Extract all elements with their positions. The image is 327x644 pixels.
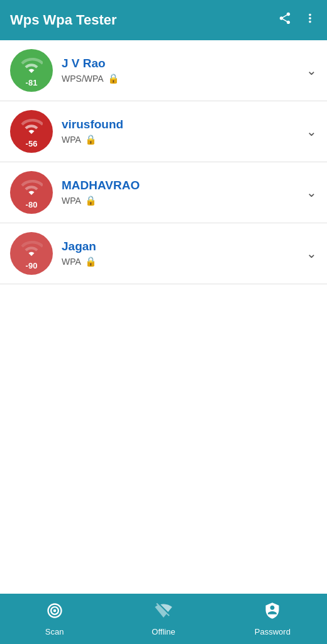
more-menu-icon[interactable] (303, 11, 317, 29)
network-item-jvrao[interactable]: -81 J V Rao WPS/WPA 🔒 ⌄ (0, 40, 327, 101)
network-item-virusfound[interactable]: -56 virusfound WPA 🔒 ⌄ (0, 101, 327, 162)
network-info-jvrao: J V Rao WPS/WPA 🔒 (53, 57, 306, 84)
password-icon (263, 602, 281, 624)
nav-scan[interactable]: Scan (0, 602, 109, 636)
app-header: Wps Wpa Tester (0, 0, 327, 40)
lock-icon-madhavrao: 🔒 (85, 195, 97, 206)
network-item-madhavrao[interactable]: -80 MADHAVRAO WPA 🔒 ⌄ (0, 162, 327, 223)
nav-password[interactable]: Password (218, 602, 327, 636)
signal-circle-madhavrao: -80 (10, 171, 53, 214)
lock-icon-jvrao: 🔒 (108, 73, 119, 84)
signal-circle-virusfound: -56 (10, 110, 53, 153)
network-meta-jvrao: WPS/WPA 🔒 (62, 73, 297, 84)
network-list: -81 J V Rao WPS/WPA 🔒 ⌄ -56 virusfound W… (0, 40, 327, 594)
security-label-madhavrao: WPA (62, 196, 81, 206)
security-label-virusfound: WPA (62, 135, 81, 145)
network-info-madhavrao: MADHAVRAO WPA 🔒 (53, 179, 306, 206)
offline-label: Offline (152, 627, 175, 636)
network-item-jagan[interactable]: -90 Jagan WPA 🔒 ⌄ (0, 223, 327, 284)
signal-circle-jagan: -90 (10, 232, 53, 275)
signal-level-madhavrao: -80 (26, 200, 38, 209)
lock-icon-jagan: 🔒 (85, 256, 97, 267)
network-meta-jagan: WPA 🔒 (62, 256, 297, 267)
header-actions (278, 11, 317, 29)
lock-icon-virusfound: 🔒 (85, 134, 97, 145)
svg-point-0 (53, 609, 56, 612)
network-info-jagan: Jagan WPA 🔒 (53, 240, 306, 267)
security-label-jvrao: WPS/WPA (62, 74, 104, 84)
bottom-navigation: Scan Offline Password (0, 594, 327, 644)
app-title: Wps Wpa Tester (10, 12, 278, 28)
expand-chevron-virusfound[interactable]: ⌄ (306, 124, 317, 139)
signal-level-jagan: -90 (26, 261, 38, 270)
network-name-jagan: Jagan (62, 240, 297, 253)
network-name-jvrao: J V Rao (62, 57, 297, 70)
network-name-madhavrao: MADHAVRAO (62, 179, 297, 192)
offline-icon (155, 602, 172, 624)
expand-chevron-jagan[interactable]: ⌄ (306, 246, 317, 261)
network-meta-virusfound: WPA 🔒 (62, 134, 297, 145)
network-info-virusfound: virusfound WPA 🔒 (53, 118, 306, 145)
nav-offline[interactable]: Offline (109, 602, 218, 636)
security-label-jagan: WPA (62, 257, 81, 267)
share-icon[interactable] (278, 11, 292, 29)
scan-label: Scan (45, 627, 64, 636)
signal-level-jvrao: -81 (26, 78, 38, 87)
expand-chevron-jvrao[interactable]: ⌄ (306, 63, 317, 78)
scan-icon (46, 602, 64, 624)
network-meta-madhavrao: WPA 🔒 (62, 195, 297, 206)
network-name-virusfound: virusfound (62, 118, 297, 131)
signal-level-virusfound: -56 (26, 139, 38, 148)
signal-circle-jvrao: -81 (10, 49, 53, 92)
password-label: Password (255, 627, 291, 636)
expand-chevron-madhavrao[interactable]: ⌄ (306, 185, 317, 200)
